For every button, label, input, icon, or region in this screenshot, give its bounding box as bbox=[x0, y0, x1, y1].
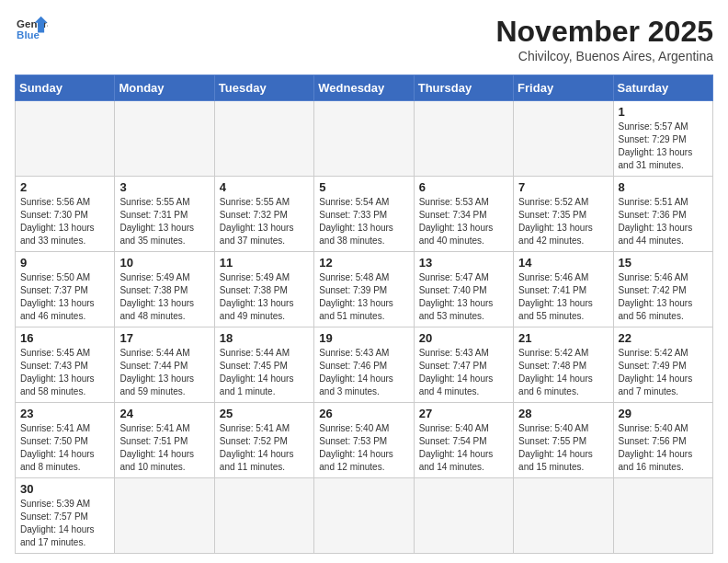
title-block: November 2025 Chivilcoy, Buenos Aires, A… bbox=[495, 15, 713, 63]
day-info: Sunrise: 5:44 AM Sunset: 7:44 PM Dayligh… bbox=[119, 347, 209, 398]
day-number: 10 bbox=[119, 256, 209, 270]
calendar-cell: 13Sunrise: 5:47 AM Sunset: 7:40 PM Dayli… bbox=[414, 252, 513, 327]
day-number: 26 bbox=[319, 407, 408, 420]
day-info: Sunrise: 5:43 AM Sunset: 7:46 PM Dayligh… bbox=[319, 347, 408, 398]
day-number: 12 bbox=[319, 256, 408, 270]
calendar-cell: 1Sunrise: 5:57 AM Sunset: 7:29 PM Daylig… bbox=[613, 101, 712, 177]
day-info: Sunrise: 5:47 AM Sunset: 7:40 PM Dayligh… bbox=[419, 271, 508, 323]
calendar-cell bbox=[414, 101, 513, 177]
calendar-cell: 19Sunrise: 5:43 AM Sunset: 7:46 PM Dayli… bbox=[314, 327, 414, 403]
day-info: Sunrise: 5:53 AM Sunset: 7:34 PM Dayligh… bbox=[419, 196, 508, 247]
day-number: 16 bbox=[20, 331, 109, 345]
calendar-cell: 15Sunrise: 5:46 AM Sunset: 7:42 PM Dayli… bbox=[613, 252, 712, 327]
calendar-cell: 12Sunrise: 5:48 AM Sunset: 7:39 PM Dayli… bbox=[314, 252, 414, 327]
day-info: Sunrise: 5:41 AM Sunset: 7:51 PM Dayligh… bbox=[119, 422, 209, 474]
day-number: 13 bbox=[419, 256, 508, 270]
day-info: Sunrise: 5:42 AM Sunset: 7:48 PM Dayligh… bbox=[518, 347, 608, 398]
day-info: Sunrise: 5:52 AM Sunset: 7:35 PM Dayligh… bbox=[518, 196, 608, 247]
calendar-cell: 30Sunrise: 5:39 AM Sunset: 7:57 PM Dayli… bbox=[16, 478, 115, 554]
day-number: 19 bbox=[319, 331, 408, 345]
calendar-cell bbox=[514, 101, 613, 177]
calendar-week-row: 23Sunrise: 5:41 AM Sunset: 7:50 PM Dayli… bbox=[16, 403, 713, 478]
calendar-cell: 8Sunrise: 5:51 AM Sunset: 7:36 PM Daylig… bbox=[613, 177, 712, 252]
day-info: Sunrise: 5:48 AM Sunset: 7:39 PM Dayligh… bbox=[319, 271, 408, 323]
day-number: 29 bbox=[619, 407, 708, 420]
calendar-cell: 5Sunrise: 5:54 AM Sunset: 7:33 PM Daylig… bbox=[314, 177, 414, 252]
col-header-tuesday: Tuesday bbox=[214, 75, 313, 101]
day-info: Sunrise: 5:40 AM Sunset: 7:56 PM Dayligh… bbox=[619, 422, 708, 474]
calendar-cell bbox=[314, 478, 414, 554]
calendar-cell: 9Sunrise: 5:50 AM Sunset: 7:37 PM Daylig… bbox=[16, 252, 115, 327]
day-number: 27 bbox=[419, 407, 508, 420]
day-number: 3 bbox=[119, 180, 209, 194]
svg-text:Blue: Blue bbox=[17, 29, 40, 40]
col-header-friday: Friday bbox=[514, 75, 613, 101]
day-number: 11 bbox=[220, 256, 309, 270]
calendar-header-row: SundayMondayTuesdayWednesdayThursdayFrid… bbox=[16, 75, 713, 101]
day-number: 7 bbox=[518, 180, 608, 194]
logo-icon: General Blue bbox=[15, 15, 48, 42]
calendar-cell bbox=[613, 478, 712, 554]
day-number: 8 bbox=[619, 180, 708, 194]
calendar-table: SundayMondayTuesdayWednesdayThursdayFrid… bbox=[15, 75, 713, 554]
day-number: 17 bbox=[119, 331, 209, 345]
calendar-week-row: 30Sunrise: 5:39 AM Sunset: 7:57 PM Dayli… bbox=[16, 478, 713, 554]
day-info: Sunrise: 5:41 AM Sunset: 7:52 PM Dayligh… bbox=[220, 422, 309, 474]
col-header-thursday: Thursday bbox=[414, 75, 513, 101]
day-number: 2 bbox=[20, 180, 109, 194]
day-number: 15 bbox=[619, 256, 708, 270]
calendar-cell bbox=[16, 101, 115, 177]
calendar-cell bbox=[214, 101, 313, 177]
day-info: Sunrise: 5:51 AM Sunset: 7:36 PM Dayligh… bbox=[619, 196, 708, 247]
calendar-cell: 27Sunrise: 5:40 AM Sunset: 7:54 PM Dayli… bbox=[414, 403, 513, 478]
day-info: Sunrise: 5:49 AM Sunset: 7:38 PM Dayligh… bbox=[119, 271, 209, 323]
day-info: Sunrise: 5:39 AM Sunset: 7:57 PM Dayligh… bbox=[20, 498, 109, 549]
calendar-week-row: 1Sunrise: 5:57 AM Sunset: 7:29 PM Daylig… bbox=[16, 101, 713, 177]
calendar-cell bbox=[314, 101, 414, 177]
day-number: 18 bbox=[220, 331, 309, 345]
calendar-cell bbox=[514, 478, 613, 554]
calendar-cell: 26Sunrise: 5:40 AM Sunset: 7:53 PM Dayli… bbox=[314, 403, 414, 478]
day-number: 9 bbox=[20, 256, 109, 270]
month-title: November 2025 bbox=[495, 15, 713, 49]
day-info: Sunrise: 5:42 AM Sunset: 7:49 PM Dayligh… bbox=[619, 347, 708, 398]
day-info: Sunrise: 5:50 AM Sunset: 7:37 PM Dayligh… bbox=[20, 271, 109, 323]
calendar-cell: 20Sunrise: 5:43 AM Sunset: 7:47 PM Dayli… bbox=[414, 327, 513, 403]
day-number: 25 bbox=[220, 407, 309, 420]
day-info: Sunrise: 5:45 AM Sunset: 7:43 PM Dayligh… bbox=[20, 347, 109, 398]
day-info: Sunrise: 5:40 AM Sunset: 7:55 PM Dayligh… bbox=[518, 422, 608, 474]
calendar-cell: 10Sunrise: 5:49 AM Sunset: 7:38 PM Dayli… bbox=[115, 252, 214, 327]
location: Chivilcoy, Buenos Aires, Argentina bbox=[495, 49, 713, 63]
calendar-cell: 7Sunrise: 5:52 AM Sunset: 7:35 PM Daylig… bbox=[514, 177, 613, 252]
calendar-cell bbox=[414, 478, 513, 554]
calendar-cell: 29Sunrise: 5:40 AM Sunset: 7:56 PM Dayli… bbox=[613, 403, 712, 478]
day-info: Sunrise: 5:44 AM Sunset: 7:45 PM Dayligh… bbox=[220, 347, 309, 398]
day-info: Sunrise: 5:46 AM Sunset: 7:42 PM Dayligh… bbox=[619, 271, 708, 323]
calendar-cell: 24Sunrise: 5:41 AM Sunset: 7:51 PM Dayli… bbox=[115, 403, 214, 478]
day-number: 14 bbox=[518, 256, 608, 270]
calendar-cell: 16Sunrise: 5:45 AM Sunset: 7:43 PM Dayli… bbox=[16, 327, 115, 403]
calendar-week-row: 2Sunrise: 5:56 AM Sunset: 7:30 PM Daylig… bbox=[16, 177, 713, 252]
day-number: 4 bbox=[220, 180, 309, 194]
calendar-week-row: 9Sunrise: 5:50 AM Sunset: 7:37 PM Daylig… bbox=[16, 252, 713, 327]
page-header: General Blue November 2025 Chivilcoy, Bu… bbox=[15, 15, 713, 63]
calendar-cell: 6Sunrise: 5:53 AM Sunset: 7:34 PM Daylig… bbox=[414, 177, 513, 252]
calendar-cell: 23Sunrise: 5:41 AM Sunset: 7:50 PM Dayli… bbox=[16, 403, 115, 478]
calendar-cell: 11Sunrise: 5:49 AM Sunset: 7:38 PM Dayli… bbox=[214, 252, 313, 327]
calendar-cell: 2Sunrise: 5:56 AM Sunset: 7:30 PM Daylig… bbox=[16, 177, 115, 252]
day-info: Sunrise: 5:55 AM Sunset: 7:32 PM Dayligh… bbox=[220, 196, 309, 247]
day-info: Sunrise: 5:56 AM Sunset: 7:30 PM Dayligh… bbox=[20, 196, 109, 247]
calendar-cell: 28Sunrise: 5:40 AM Sunset: 7:55 PM Dayli… bbox=[514, 403, 613, 478]
calendar-cell bbox=[115, 101, 214, 177]
calendar-cell bbox=[214, 478, 313, 554]
col-header-saturday: Saturday bbox=[613, 75, 712, 101]
day-number: 6 bbox=[419, 180, 508, 194]
calendar-cell: 25Sunrise: 5:41 AM Sunset: 7:52 PM Dayli… bbox=[214, 403, 313, 478]
day-number: 20 bbox=[419, 331, 508, 345]
calendar-cell: 3Sunrise: 5:55 AM Sunset: 7:31 PM Daylig… bbox=[115, 177, 214, 252]
calendar-cell: 14Sunrise: 5:46 AM Sunset: 7:41 PM Dayli… bbox=[514, 252, 613, 327]
calendar-cell: 17Sunrise: 5:44 AM Sunset: 7:44 PM Dayli… bbox=[115, 327, 214, 403]
col-header-sunday: Sunday bbox=[16, 75, 115, 101]
day-info: Sunrise: 5:40 AM Sunset: 7:53 PM Dayligh… bbox=[319, 422, 408, 474]
logo: General Blue bbox=[15, 15, 48, 42]
